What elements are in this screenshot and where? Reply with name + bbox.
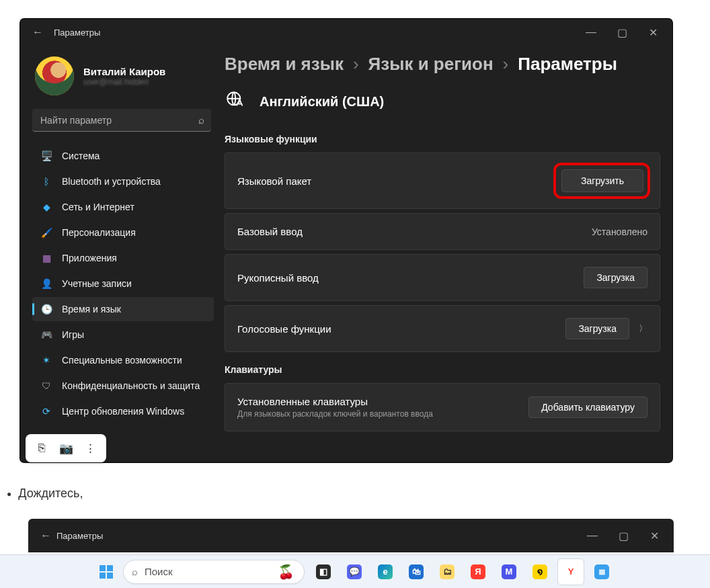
taskbar-pinned: ◧💬e🛍🗂ЯM໑Y≣ <box>310 558 615 585</box>
add-keyboard-button[interactable]: Добавить клавиатуру <box>528 396 647 418</box>
window-controls: — ▢ ✕ <box>577 522 670 549</box>
taskbar-app-swirl[interactable]: ໑ <box>526 558 553 585</box>
sidebar-item-3[interactable]: 🖌️Персонализация <box>32 220 214 245</box>
sidebar-item-9[interactable]: 🛡Конфиденциальность и защита <box>32 374 214 398</box>
taskbar-search[interactable]: ⌕ Поиск 🍒 <box>123 560 305 584</box>
nav-icon: 🖥️ <box>40 151 52 161</box>
crumb-lang[interactable]: Язык и регион <box>368 54 494 75</box>
status-installed: Установлено <box>592 226 647 237</box>
taskbar-tray[interactable]: ≣ <box>588 558 615 585</box>
more-icon[interactable]: ⋮ <box>79 437 101 459</box>
nav-label: Учетные записи <box>62 278 132 289</box>
minimize-button[interactable]: — <box>577 522 608 549</box>
row-label: Голосовые функции <box>237 323 331 335</box>
svg-rect-2 <box>107 565 113 571</box>
window-controls: — ▢ ✕ <box>576 19 668 46</box>
nav-label: Система <box>62 151 100 161</box>
camera-icon[interactable]: 📷 <box>55 437 77 459</box>
row-voice[interactable]: Голосовые функции Загрузка 〉 <box>225 305 660 352</box>
nav-icon: ▦ <box>40 253 52 263</box>
titlebar: ← Параметры — ▢ ✕ <box>20 19 672 46</box>
taskbar-task-view[interactable]: ◧ <box>310 558 337 585</box>
features-section-label: Языковые функции <box>222 131 672 153</box>
nav-label: Конфиденциальность и защита <box>62 380 200 391</box>
window-title: Параметры <box>54 28 100 38</box>
minimize-button[interactable]: — <box>576 19 606 46</box>
search-input[interactable] <box>32 109 211 132</box>
back-button[interactable]: ← <box>35 530 56 542</box>
row-basic-typing: Базовый ввод Установлено <box>225 213 660 250</box>
nav-label: Время и язык <box>62 304 121 314</box>
nav-icon: ◆ <box>40 202 52 212</box>
start-button[interactable] <box>95 560 118 583</box>
settings-window-2: ← Параметры — ▢ ✕ <box>28 519 674 552</box>
taskbar-explorer[interactable]: 🗂 <box>434 558 461 585</box>
tray-icon: ≣ <box>594 564 609 579</box>
maximize-button[interactable]: ▢ <box>606 19 637 46</box>
row-language-pack: Языковой пакет Загрузить <box>225 153 660 209</box>
search-decoration-icon: 🍒 <box>278 564 294 580</box>
sidebar-item-5[interactable]: 👤Учетные записи <box>32 271 214 296</box>
yandex-br-icon: Y <box>563 564 578 579</box>
row-keyboards: Установленные клавиатуры Для языковых ра… <box>225 383 660 431</box>
sidebar-item-6[interactable]: 🕒Время и язык <box>32 297 214 321</box>
chevron-right-icon: › <box>503 54 509 75</box>
taskbar-yandex-disk[interactable]: Я <box>465 558 491 585</box>
bullet-text: Дождитесь, <box>18 487 83 501</box>
user-block[interactable]: Виталий Каиров user@mail.hidden <box>32 52 214 109</box>
search-box: ⌕ <box>32 109 211 132</box>
taskbar-chat[interactable]: 💬 <box>341 558 368 585</box>
keyboards-section-label: Клавиатуры <box>222 362 672 383</box>
nav-label: Центр обновления Windows <box>62 406 184 417</box>
close-button[interactable]: ✕ <box>637 19 668 46</box>
chat-icon: 💬 <box>347 564 362 579</box>
nav-label: Игры <box>62 329 84 340</box>
bullet-icon: ● <box>7 489 11 499</box>
nav-label: Персонализация <box>62 227 136 238</box>
download-button[interactable]: Загрузить <box>561 169 643 192</box>
back-button[interactable]: ← <box>27 26 48 38</box>
download-button[interactable]: Загрузка <box>565 318 629 339</box>
nav-icon: ᛒ <box>40 176 52 187</box>
language-name: Английский (США) <box>260 94 384 110</box>
nav-icon: ⟳ <box>40 406 52 417</box>
chevron-right-icon: › <box>353 54 359 75</box>
nav-icon: 🛡 <box>40 380 52 391</box>
nav-label: Специальные возможности <box>62 355 182 366</box>
taskbar-store[interactable]: 🛍 <box>403 558 430 585</box>
article-bullet: ● Дождитесь, <box>7 487 83 501</box>
sidebar-item-2[interactable]: ◆Сеть и Интернет <box>32 195 214 219</box>
nav-label: Сеть и Интернет <box>62 202 134 212</box>
nav-icon: 👤 <box>40 278 52 289</box>
close-button[interactable]: ✕ <box>639 522 670 549</box>
explorer-icon: 🗂 <box>440 564 455 579</box>
taskbar-yandex-br[interactable]: Y <box>557 558 584 585</box>
language-header: Английский (США) <box>222 75 672 131</box>
task-view-icon: ◧ <box>316 564 331 579</box>
taskbar-app-m[interactable]: M <box>496 558 522 585</box>
app-m-icon: M <box>502 564 516 579</box>
sidebar-item-1[interactable]: ᛒBluetooth и устройства <box>32 169 214 194</box>
svg-rect-3 <box>100 573 106 579</box>
nav-icon: 🖌️ <box>40 227 52 238</box>
svg-rect-1 <box>100 565 106 571</box>
sidebar-item-8[interactable]: ✶Специальные возможности <box>32 348 214 372</box>
taskbar-edge[interactable]: e <box>372 558 399 585</box>
sidebar: Виталий Каиров user@mail.hidden ⌕ 🖥️Сист… <box>20 46 222 462</box>
download-button[interactable]: Загрузка <box>584 267 647 288</box>
sidebar-item-10[interactable]: ⟳Центр обновления Windows <box>32 399 214 423</box>
svg-rect-4 <box>107 573 113 579</box>
user-name: Виталий Каиров <box>83 66 165 77</box>
search-placeholder: Поиск <box>145 566 271 577</box>
sidebar-item-7[interactable]: 🎮Игры <box>32 323 214 347</box>
window-title: Параметры <box>56 531 103 541</box>
row-label: Базовый ввод <box>237 226 303 237</box>
sidebar-item-0[interactable]: 🖥️Система <box>32 144 214 168</box>
chevron-right-icon: 〉 <box>639 323 647 335</box>
maximize-button[interactable]: ▢ <box>608 522 639 549</box>
bookmark-icon[interactable]: ⎘ <box>31 437 52 459</box>
nav-icon: 🎮 <box>40 329 52 340</box>
crumb-time[interactable]: Время и язык <box>225 54 344 75</box>
crumb-current: Параметры <box>518 54 617 75</box>
sidebar-item-4[interactable]: ▦Приложения <box>32 246 214 270</box>
